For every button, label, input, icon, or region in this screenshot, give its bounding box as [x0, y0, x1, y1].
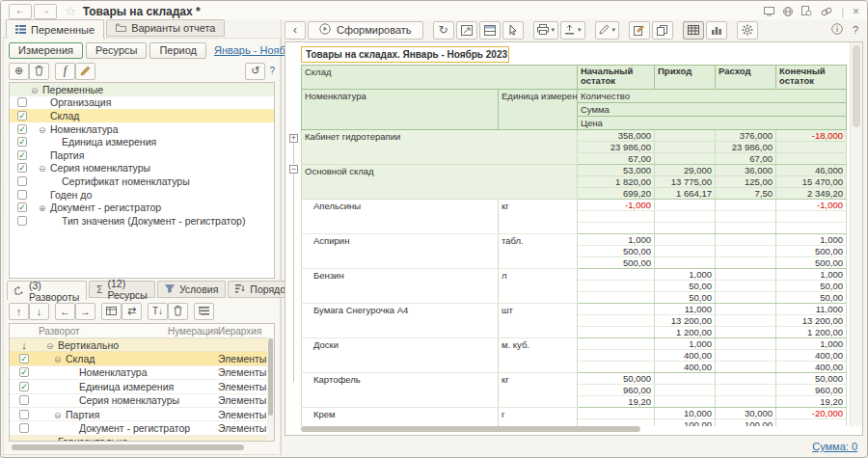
pointer-button[interactable]: [502, 21, 524, 40]
column-header-numeration[interactable]: Нумерация: [168, 326, 218, 337]
resources-button[interactable]: Ресурсы: [86, 42, 147, 59]
tab-report-variants[interactable]: Варианты отчета: [106, 19, 225, 37]
header-nomenclature[interactable]: Номенклатура: [302, 90, 499, 130]
expand-icon[interactable]: ⊕: [39, 203, 50, 213]
monitor-icon[interactable]: [764, 7, 774, 16]
link-icon[interactable]: [821, 7, 832, 16]
collapse-group-icon[interactable]: −: [289, 165, 298, 174]
swap-icon[interactable]: ⇄: [122, 303, 142, 320]
grid-vertical-scrollbar[interactable]: [267, 337, 274, 441]
report-vertical-scrollbar[interactable]: [850, 42, 862, 426]
settings-button[interactable]: [737, 21, 758, 40]
chart-view-button[interactable]: [706, 21, 727, 40]
variable-row[interactable]: ✓Партия: [10, 148, 274, 162]
table-view-button[interactable]: [683, 21, 704, 40]
undo-icon[interactable]: ↺: [245, 63, 265, 80]
variable-row[interactable]: ✓⊕Документ - регистратор: [10, 201, 274, 214]
draw-button[interactable]: ▾: [595, 21, 620, 40]
variable-row[interactable]: Организация: [10, 96, 274, 110]
save-button[interactable]: ▾: [560, 21, 585, 40]
help-icon[interactable]: ?: [853, 24, 858, 36]
layout-row[interactable]: Документ - регистраторЭлементы: [10, 421, 274, 435]
variable-row[interactable]: ✓Склад: [10, 109, 274, 122]
header-measure-sum[interactable]: Сумма: [578, 103, 847, 117]
column-header-hierarchy[interactable]: Иерархия: [218, 326, 274, 337]
header-opening-balance[interactable]: Начальный остаток: [578, 66, 655, 90]
report-horizontal-scrollbar[interactable]: [301, 426, 849, 434]
tab-pivots[interactable]: (3) Развороты: [7, 281, 87, 300]
column-header-pivot[interactable]: Разворот: [39, 326, 168, 337]
pencil-icon[interactable]: [75, 63, 95, 80]
formula-icon[interactable]: f: [55, 63, 75, 80]
back-button[interactable]: ←: [9, 4, 32, 19]
trash-icon[interactable]: [29, 63, 49, 80]
header-unit[interactable]: Единица измерения: [499, 90, 578, 130]
report-scroll-area[interactable]: Товары на складах. Январь - Ноябрь 2023 …: [301, 42, 851, 426]
tab-resources[interactable]: Σ (12) Ресурсы: [89, 281, 155, 298]
variable-checkbox[interactable]: ✓: [17, 111, 27, 121]
edit-button[interactable]: [629, 21, 650, 40]
layout-checkbox[interactable]: ✓: [19, 382, 29, 391]
layout-row[interactable]: Серия номенклатурыЭлементы: [10, 394, 274, 408]
globe-icon[interactable]: [783, 7, 793, 16]
layout-row[interactable]: ✓Единица измеренияЭлементы: [10, 380, 274, 393]
move-down-icon[interactable]: ↓: [29, 303, 49, 320]
search-icon[interactable]: [801, 6, 812, 16]
panel-splitter[interactable]: [281, 19, 282, 455]
report-row-label[interactable]: Аспирин: [302, 234, 499, 269]
tab-variables[interactable]: Переменные: [6, 19, 104, 39]
generate-button[interactable]: Сформировать: [308, 21, 423, 40]
layout-checkbox[interactable]: [19, 423, 29, 433]
header-measure-quantity[interactable]: Количество: [578, 90, 847, 103]
variable-row[interactable]: ✓⊖Номенклатура: [10, 122, 274, 136]
variable-checkbox[interactable]: [17, 190, 27, 200]
collapse-icon[interactable]: ⊖: [31, 86, 42, 95]
report-row-label[interactable]: Апельсины: [302, 200, 499, 234]
period-button[interactable]: Период: [149, 42, 206, 59]
layout-row[interactable]: ⊖ПартияЭлементы: [10, 408, 274, 421]
layout-checkbox[interactable]: [19, 410, 29, 419]
variable-row[interactable]: ✓Единица измерения: [10, 135, 274, 148]
favorite-star-icon[interactable]: ☆: [65, 4, 76, 18]
collapse-icon[interactable]: ⊖: [46, 341, 58, 351]
variables-group-row[interactable]: ⊖Переменные: [10, 83, 274, 96]
variable-checkbox[interactable]: ✓: [17, 202, 27, 212]
report-row-label[interactable]: Бензин: [302, 269, 499, 304]
report-row-label[interactable]: Крем: [302, 408, 499, 427]
hierarchy-icon[interactable]: [194, 303, 214, 320]
refresh-button[interactable]: ↻: [433, 21, 454, 40]
variable-row[interactable]: Тип значения (Документ - регистратор): [10, 214, 274, 228]
move-up-icon[interactable]: ↑: [9, 303, 29, 320]
report-row-label[interactable]: Картофель: [302, 373, 499, 408]
variable-checkbox[interactable]: [17, 97, 27, 107]
fit-window-button[interactable]: [456, 21, 477, 40]
dimensions-button[interactable]: Измерения: [9, 42, 83, 59]
report-row-label[interactable]: Доски: [302, 338, 499, 373]
fixed-header-button[interactable]: [479, 21, 501, 40]
collapse-icon[interactable]: ⊖: [54, 411, 66, 420]
report-row-label[interactable]: Кабинет гидротерапии: [302, 130, 578, 165]
variable-row[interactable]: ✓⊖Серия номенклатуры: [10, 162, 274, 175]
help-link[interactable]: ?: [269, 66, 275, 76]
layout-row[interactable]: ✓⊖СкладЭлементы: [10, 352, 274, 365]
variable-checkbox[interactable]: ✓: [17, 137, 27, 147]
collapse-panel-button[interactable]: ‹: [285, 21, 306, 40]
collapse-icon[interactable]: ⊖: [39, 125, 50, 135]
report-row-label[interactable]: Бумага Снегурочка А4: [302, 304, 499, 338]
trash-icon[interactable]: [168, 303, 188, 320]
layout-row[interactable]: ✓НоменклатураЭлементы: [10, 366, 274, 380]
layout-checkbox[interactable]: ✓: [19, 354, 29, 364]
table-icon[interactable]: [101, 303, 122, 320]
layout-checkbox[interactable]: [19, 395, 29, 405]
sum-link[interactable]: Сумма: 0: [812, 441, 857, 452]
report-title[interactable]: Товары на складах. Январь - Ноябрь 2023 …: [301, 46, 509, 63]
print-button[interactable]: ▾: [533, 21, 559, 40]
header-measure-price[interactable]: Цена: [578, 117, 847, 130]
header-warehouse[interactable]: Склад: [302, 66, 578, 90]
forward-button[interactable]: →: [34, 4, 57, 19]
add-icon[interactable]: ⊕: [9, 63, 29, 80]
header-income[interactable]: Приход: [655, 66, 716, 90]
variable-checkbox[interactable]: [17, 176, 27, 186]
variable-checkbox[interactable]: ✓: [17, 150, 27, 160]
variable-checkbox[interactable]: ✓: [17, 163, 27, 173]
